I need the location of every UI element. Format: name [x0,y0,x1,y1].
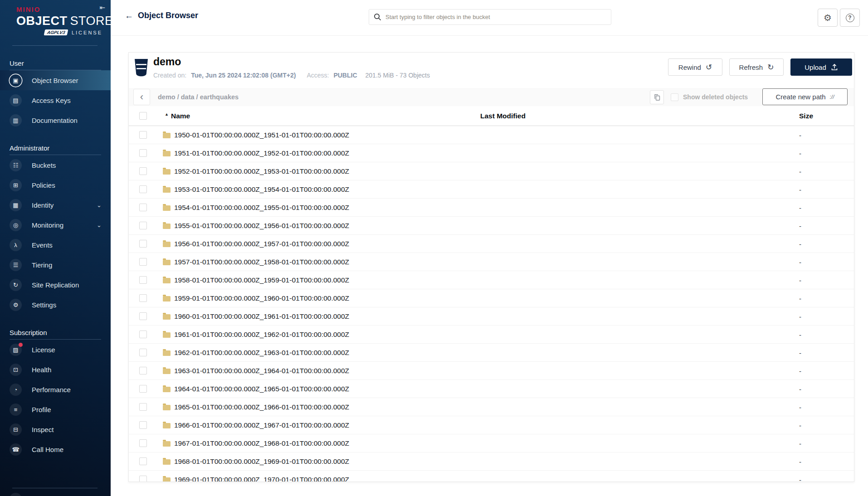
object-name[interactable]: 1962-01-01T00:00:00.000Z_1963-01-01T00:0… [174,344,349,362]
sidebar-item-performance[interactable]: ◔Performance [0,379,111,399]
object-name[interactable]: 1960-01-01T00:00:00.000Z_1961-01-01T00:0… [174,307,349,326]
table-row[interactable]: 1960-01-01T00:00:00.000Z_1961-01-01T00:0… [129,307,854,326]
row-checkbox[interactable] [139,204,147,211]
object-name[interactable]: 1951-01-01T00:00:00.000Z_1952-01-01T00:0… [174,144,349,162]
row-checkbox[interactable] [139,385,147,393]
row-checkbox[interactable] [139,167,147,175]
column-header-name[interactable]: Name [171,106,190,126]
select-all-checkbox[interactable] [139,112,147,120]
create-new-path-button[interactable]: Create new path :// [762,88,848,105]
object-name[interactable]: 1954-01-01T00:00:00.000Z_1955-01-01T00:0… [174,199,349,217]
object-name[interactable]: 1959-01-01T00:00:00.000Z_1960-01-01T00:0… [174,289,349,307]
table-row[interactable]: 1963-01-01T00:00:00.000Z_1964-01-01T00:0… [129,362,854,380]
object-name[interactable]: 1966-01-01T00:00:00.000Z_1967-01-01T00:0… [174,416,349,434]
row-checkbox[interactable] [139,439,147,447]
object-size: - [799,126,801,144]
sidebar-item-label: Buckets [32,161,56,169]
sidebar-item-site-replication[interactable]: ↻Site Replication [0,275,111,295]
documentation-icon: ▥ [10,114,22,126]
row-checkbox[interactable] [139,149,147,157]
object-name[interactable]: 1961-01-01T00:00:00.000Z_1962-01-01T00:0… [174,326,349,344]
row-checkbox[interactable] [139,312,147,320]
sidebar-item-monitoring[interactable]: ◎Monitoring⌄ [0,215,111,235]
breadcrumb[interactable]: demo / data / earthquakes [158,88,239,106]
object-name[interactable]: 1964-01-01T00:00:00.000Z_1965-01-01T00:0… [174,380,349,398]
row-checkbox[interactable] [139,258,147,266]
table-row[interactable]: 1955-01-01T00:00:00.000Z_1956-01-01T00:0… [129,217,854,235]
object-name[interactable]: 1955-01-01T00:00:00.000Z_1956-01-01T00:0… [174,217,349,235]
sidebar-item-events[interactable]: λEvents [0,235,111,255]
table-row[interactable]: 1956-01-01T00:00:00.000Z_1957-01-01T00:0… [129,235,854,253]
row-checkbox[interactable] [139,294,147,302]
sidebar-item-label: Tiering [32,261,52,269]
row-checkbox[interactable] [139,421,147,429]
row-checkbox[interactable] [139,131,147,139]
row-checkbox[interactable] [139,349,147,356]
table-row[interactable]: 1957-01-01T00:00:00.000Z_1958-01-01T00:0… [129,253,854,271]
object-name[interactable]: 1953-01-01T00:00:00.000Z_1954-01-01T00:0… [174,180,349,199]
sidebar-item-policies[interactable]: ⊞Policies [0,175,111,195]
table-row[interactable]: 1951-01-01T00:00:00.000Z_1952-01-01T00:0… [129,144,854,162]
sidebar-item-documentation[interactable]: ▥Documentation [0,110,111,130]
table-row[interactable]: 1967-01-01T00:00:00.000Z_1968-01-01T00:0… [129,434,854,452]
table-row[interactable]: 1954-01-01T00:00:00.000Z_1955-01-01T00:0… [129,199,854,217]
sidebar-item-tiering[interactable]: ☰Tiering [0,255,111,275]
sidebar-item-settings[interactable]: ⚙Settings [0,295,111,315]
back-arrow-icon[interactable]: ← [125,11,133,20]
table-row[interactable]: 1964-01-01T00:00:00.000Z_1965-01-01T00:0… [129,380,854,398]
object-name[interactable]: 1963-01-01T00:00:00.000Z_1964-01-01T00:0… [174,362,349,380]
sidebar-item-label: Documentation [32,117,78,124]
table-row[interactable]: 1966-01-01T00:00:00.000Z_1967-01-01T00:0… [129,416,854,434]
object-name[interactable]: 1952-01-01T00:00:00.000Z_1953-01-01T00:0… [174,162,349,180]
object-name[interactable]: 1950-01-01T00:00:00.000Z_1951-01-01T00:0… [174,126,349,144]
row-checkbox[interactable] [139,457,147,465]
sidebar-item-access-keys[interactable]: ▤Access Keys [0,90,111,110]
sidebar-item-identity[interactable]: ▦Identity⌄ [0,195,111,215]
sidebar-item-call-home[interactable]: ☎Call Home [0,439,111,459]
row-checkbox[interactable] [139,185,147,193]
table-row[interactable]: 1968-01-01T00:00:00.000Z_1969-01-01T00:0… [129,452,854,471]
object-name[interactable]: 1958-01-01T00:00:00.000Z_1959-01-01T00:0… [174,271,349,289]
table-row[interactable]: 1958-01-01T00:00:00.000Z_1959-01-01T00:0… [129,271,854,289]
object-name[interactable]: 1967-01-01T00:00:00.000Z_1968-01-01T00:0… [174,434,349,452]
table-row[interactable]: 1952-01-01T00:00:00.000Z_1953-01-01T00:0… [129,162,854,180]
settings-gear-button[interactable]: ⚙ [818,9,838,27]
sidebar-item-label: Identity [32,201,54,209]
search-input[interactable] [385,14,606,20]
performance-icon: ◔ [10,384,22,396]
object-name[interactable]: 1957-01-01T00:00:00.000Z_1958-01-01T00:0… [174,253,349,271]
table-row[interactable]: 1965-01-01T00:00:00.000Z_1966-01-01T00:0… [129,398,854,416]
sidebar-item-health[interactable]: ⊡Health [0,360,111,379]
row-checkbox[interactable] [139,240,147,248]
row-checkbox[interactable] [139,331,147,338]
sidebar-item-profile[interactable]: ≡Profile [0,399,111,419]
object-name[interactable]: 1969-01-01T00:00:00.000Z_1970-01-01T00:0… [174,471,349,482]
table-row[interactable]: 1950-01-01T00:00:00.000Z_1951-01-01T00:0… [129,126,854,144]
table-row[interactable]: 1953-01-01T00:00:00.000Z_1954-01-01T00:0… [129,180,854,199]
object-name[interactable]: 1965-01-01T00:00:00.000Z_1966-01-01T00:0… [174,398,349,416]
sidebar-item-inspect[interactable]: ⊟Inspect [0,419,111,439]
refresh-button[interactable]: Refresh ↻ [729,58,784,76]
sidebar-item-object-browser[interactable]: ▣Object Browser [0,70,111,90]
table-row[interactable]: 1959-01-01T00:00:00.000Z_1960-01-01T00:0… [129,289,854,307]
search-box[interactable] [369,9,611,25]
row-checkbox[interactable] [139,403,147,411]
sidebar-item-license[interactable]: ▨License [0,340,111,360]
row-checkbox[interactable] [139,476,147,482]
sidebar-item-buckets[interactable]: ☷Buckets [0,155,111,175]
row-checkbox[interactable] [139,276,147,284]
object-name[interactable]: 1956-01-01T00:00:00.000Z_1957-01-01T00:0… [174,235,349,253]
table-row[interactable]: 1961-01-01T00:00:00.000Z_1962-01-01T00:0… [129,326,854,344]
copy-path-button[interactable] [650,90,664,104]
upload-button[interactable]: Upload [790,58,852,76]
table-row[interactable]: 1969-01-01T00:00:00.000Z_1970-01-01T00:0… [129,471,854,482]
rewind-button[interactable]: Rewind ↺ [668,58,722,76]
breadcrumb-back-button[interactable]: ‹ [133,89,150,105]
sidebar-item-label: License [32,346,55,354]
row-checkbox[interactable] [139,367,147,374]
show-deleted-checkbox[interactable] [671,93,678,101]
help-button[interactable]: ? [840,9,860,27]
object-name[interactable]: 1968-01-01T00:00:00.000Z_1969-01-01T00:0… [174,452,349,471]
row-checkbox[interactable] [139,222,147,229]
table-row[interactable]: 1962-01-01T00:00:00.000Z_1963-01-01T00:0… [129,344,854,362]
